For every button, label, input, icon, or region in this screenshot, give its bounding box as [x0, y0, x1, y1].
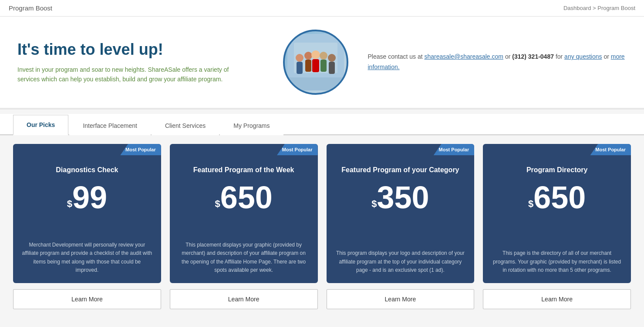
cards-section: Most Popular Diagnostics Check $ 99 Merc… [0, 135, 644, 322]
card-title-3: Program Directory [526, 166, 588, 175]
tab-my-programs[interactable]: My Programs [220, 116, 283, 135]
svg-rect-11 [329, 62, 335, 74]
card-0: Most Popular Diagnostics Check $ 99 Merc… [13, 144, 161, 283]
svg-point-8 [320, 52, 327, 60]
hero-left: It's time to level up! Invest in your pr… [17, 40, 276, 84]
price-number-1: 650 [220, 182, 273, 213]
svg-rect-12 [287, 77, 344, 90]
page-title: Program Boost [9, 4, 52, 12]
card-wrapper-2: Most Popular Featured Program of your Ca… [327, 144, 475, 309]
svg-point-2 [296, 54, 303, 62]
svg-rect-9 [320, 60, 327, 72]
card-wrapper-3: Most Popular Program Directory $ 650 Thi… [483, 144, 631, 309]
breadcrumb: Dashboard > Program Boost [563, 5, 635, 11]
learn-more-button-2[interactable]: Learn More [327, 289, 475, 309]
tabs-list: Our Picks Interface Placement Client Ser… [13, 114, 631, 134]
learn-more-button-3[interactable]: Learn More [483, 289, 631, 309]
card-2: Most Popular Featured Program of your Ca… [327, 144, 475, 283]
hero-contact-suffix: for [556, 53, 564, 60]
svg-rect-5 [305, 60, 311, 72]
svg-point-4 [304, 52, 312, 60]
price-number-2: 350 [377, 182, 429, 213]
card-price-2: $ 350 [371, 182, 429, 213]
card-description-3: This page is the directory of all of our… [492, 249, 622, 274]
card-wrapper-1: Most Popular Featured Program of the Wee… [170, 144, 318, 309]
tab-interface-placement[interactable]: Interface Placement [69, 116, 151, 135]
tab-our-picks[interactable]: Our Picks [13, 115, 68, 135]
hero-heading: It's time to level up! [17, 40, 276, 59]
card-1: Most Popular Featured Program of the Wee… [170, 144, 318, 283]
price-symbol-2: $ [371, 198, 377, 210]
card-title-2: Featured Program of your Category [341, 166, 459, 175]
svg-point-10 [328, 54, 336, 62]
top-bar: Program Boost Dashboard > Program Boost [0, 0, 644, 17]
price-symbol-3: $ [528, 198, 533, 210]
price-number-3: 650 [533, 182, 586, 213]
hero-contact-text: Please contact us at [368, 53, 423, 60]
card-wrapper-0: Most Popular Diagnostics Check $ 99 Merc… [13, 144, 161, 309]
most-popular-badge-1: Most Popular [277, 144, 318, 155]
hero-section: It's time to level up! Invest in your pr… [0, 17, 644, 110]
hero-contact-phone: (312) 321-0487 [512, 53, 554, 60]
card-title-0: Diagnostics Check [56, 166, 118, 175]
card-price-0: $ 99 [67, 182, 107, 213]
hero-image-circle [283, 30, 348, 95]
most-popular-badge-3: Most Popular [590, 144, 631, 155]
card-title-1: Featured Program of the Week [193, 166, 294, 175]
price-number-0: 99 [72, 182, 107, 213]
svg-rect-3 [297, 62, 303, 74]
price-symbol-1: $ [215, 198, 220, 210]
most-popular-badge-2: Most Popular [434, 144, 475, 155]
card-price-3: $ 650 [528, 182, 586, 213]
most-popular-badge-0: Most Popular [120, 144, 161, 155]
card-description-0: Merchant Development will personally rev… [22, 241, 152, 274]
tabs-section: Our Picks Interface Placement Client Ser… [0, 114, 644, 135]
hero-contact-or: or [505, 53, 512, 60]
learn-more-button-0[interactable]: Learn More [13, 289, 161, 309]
learn-more-button-1[interactable]: Learn More [170, 289, 318, 309]
hero-image-container [276, 30, 355, 95]
hero-contact: Please contact us at shareasale@shareasa… [355, 52, 627, 73]
tab-client-services[interactable]: Client Services [152, 116, 219, 135]
card-3: Most Popular Program Directory $ 650 Thi… [483, 144, 631, 283]
svg-rect-7 [312, 59, 319, 72]
hero-any-questions-link[interactable]: any questions [564, 53, 602, 60]
svg-point-6 [311, 50, 320, 59]
card-description-2: This program displays your logo and desc… [335, 249, 466, 274]
cards-grid: Most Popular Diagnostics Check $ 99 Merc… [13, 144, 631, 309]
hero-subtext: Invest in your program and soar to new h… [17, 65, 235, 84]
hero-contact-email[interactable]: shareasale@shareasale.com [424, 53, 503, 60]
card-description-1: This placement displays your graphic (pr… [179, 241, 309, 274]
card-price-1: $ 650 [215, 182, 272, 213]
price-symbol-0: $ [67, 198, 72, 210]
